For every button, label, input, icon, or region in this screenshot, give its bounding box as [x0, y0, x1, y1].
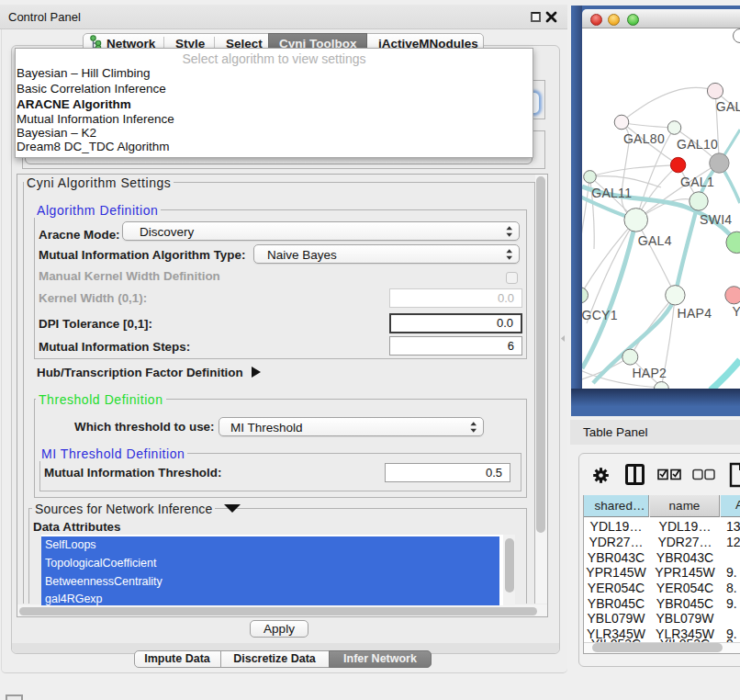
svg-text:GCY1: GCY1 [582, 308, 618, 322]
svg-text:GAL10: GAL10 [677, 137, 718, 152]
svg-text:GAL80: GAL80 [623, 131, 665, 146]
svg-text:Y: Y [732, 304, 740, 319]
svg-text:GAL: GAL [716, 99, 740, 114]
svg-text:GAL1: GAL1 [680, 175, 714, 189]
svg-text:HAP2: HAP2 [632, 366, 667, 380]
svg-text:HAP4: HAP4 [678, 306, 712, 321]
svg-text:SWI4: SWI4 [700, 212, 732, 227]
svg-text:GAL4: GAL4 [638, 233, 672, 248]
svg-text:GAL11: GAL11 [591, 186, 632, 200]
